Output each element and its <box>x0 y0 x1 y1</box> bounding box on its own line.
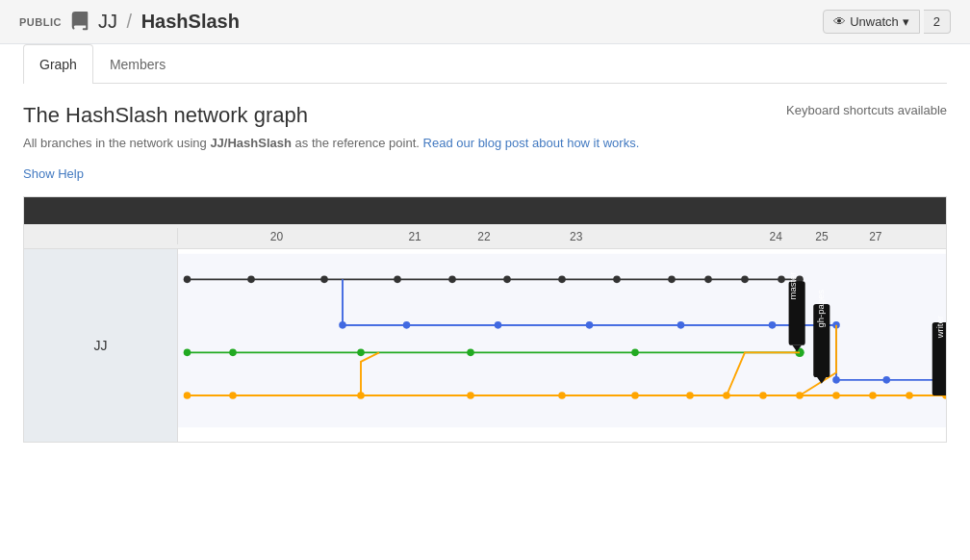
path-separator: / <box>127 11 133 32</box>
graph-label-jj: JJ <box>24 249 178 442</box>
svg-point-39 <box>631 392 639 399</box>
graph-header-bar <box>24 197 946 224</box>
svg-point-11 <box>704 276 712 284</box>
svg-point-45 <box>869 392 877 399</box>
network-graph-svg: master gh-pages writer <box>178 249 946 432</box>
svg-point-12 <box>741 276 749 284</box>
svg-point-16 <box>403 321 411 329</box>
header-right: 👁 Unwatch ▾ 2 <box>823 10 951 34</box>
subtitle-text: All branches in the network using <box>23 136 210 150</box>
svg-point-20 <box>769 321 777 329</box>
keyboard-shortcuts-label: Keyboard shortcuts available <box>786 103 947 117</box>
graph-dates-row: 20 21 22 23 24 25 27 <box>24 224 946 249</box>
date-21: 21 <box>408 230 421 243</box>
svg-point-19 <box>677 321 685 329</box>
svg-text:writer: writer <box>934 316 945 339</box>
svg-point-38 <box>558 392 566 399</box>
svg-point-41 <box>723 392 730 399</box>
svg-point-44 <box>832 392 840 399</box>
repo-path: JJ / HashSlash <box>98 11 240 33</box>
svg-point-37 <box>467 392 474 399</box>
content: Graph Members The HashSlash network grap… <box>4 44 966 443</box>
svg-point-2 <box>184 276 191 284</box>
svg-point-35 <box>229 392 237 399</box>
header-left: PUBLIC JJ / HashSlash <box>19 11 240 33</box>
svg-point-43 <box>796 392 804 399</box>
svg-point-40 <box>686 392 694 399</box>
tab-graph[interactable]: Graph <box>23 44 93 84</box>
dropdown-arrow-icon: ▾ <box>903 14 909 29</box>
date-25: 25 <box>815 230 828 243</box>
subtitle-suffix: as the reference point. <box>292 136 420 150</box>
tabs: Graph Members <box>23 44 947 84</box>
graph-canvas: master gh-pages writer <box>178 249 946 432</box>
page-title: The HashSlash network graph <box>23 103 308 128</box>
svg-point-24 <box>882 376 890 384</box>
unwatch-label: Unwatch <box>850 14 899 29</box>
svg-point-10 <box>668 276 676 284</box>
eye-icon: 👁 <box>833 14 846 29</box>
public-badge: PUBLIC <box>19 16 62 28</box>
date-20: 20 <box>270 230 283 243</box>
watch-count[interactable]: 2 <box>924 10 951 34</box>
repo-name-link[interactable]: HashSlash <box>141 11 240 32</box>
date-27: 27 <box>869 230 881 243</box>
svg-point-18 <box>586 321 594 329</box>
date-23: 23 <box>570 230 582 243</box>
tab-members[interactable]: Members <box>93 44 182 84</box>
svg-point-46 <box>906 392 913 399</box>
svg-point-6 <box>448 276 456 284</box>
svg-point-30 <box>467 349 474 357</box>
svg-point-9 <box>613 276 621 284</box>
date-24: 24 <box>769 230 781 243</box>
svg-point-4 <box>320 276 328 284</box>
show-help-link[interactable]: Show Help <box>23 166 84 181</box>
graph-container: 20 21 22 23 24 25 27 JJ <box>23 196 947 443</box>
svg-point-15 <box>339 321 346 329</box>
svg-point-42 <box>759 392 767 399</box>
svg-point-36 <box>357 392 365 399</box>
page-header: The HashSlash network graph Keyboard sho… <box>23 103 947 128</box>
svg-point-7 <box>503 276 511 284</box>
header: PUBLIC JJ / HashSlash 👁 Unwatch ▾ 2 <box>0 0 970 44</box>
svg-text:master: master <box>787 271 798 299</box>
date-22: 22 <box>477 230 490 243</box>
svg-point-13 <box>778 276 785 284</box>
subtitle-ref: JJ/HashSlash <box>210 136 292 150</box>
graph-body: JJ <box>24 249 946 442</box>
blog-post-link[interactable]: Read our blog post about how it works. <box>423 136 640 150</box>
svg-point-23 <box>832 376 840 384</box>
subtitle: All branches in the network using JJ/Has… <box>23 136 947 150</box>
unwatch-button[interactable]: 👁 Unwatch ▾ <box>823 10 920 34</box>
svg-point-27 <box>184 349 191 357</box>
svg-text:gh-pages: gh-pages <box>815 290 826 328</box>
svg-point-5 <box>394 276 401 284</box>
svg-point-8 <box>558 276 566 284</box>
repo-icon <box>69 12 90 33</box>
svg-point-3 <box>247 276 255 284</box>
svg-point-28 <box>229 349 237 357</box>
svg-point-17 <box>495 321 502 329</box>
svg-point-29 <box>357 349 365 357</box>
owner-link[interactable]: JJ <box>98 11 117 32</box>
svg-point-31 <box>631 349 639 357</box>
svg-point-34 <box>184 392 191 399</box>
